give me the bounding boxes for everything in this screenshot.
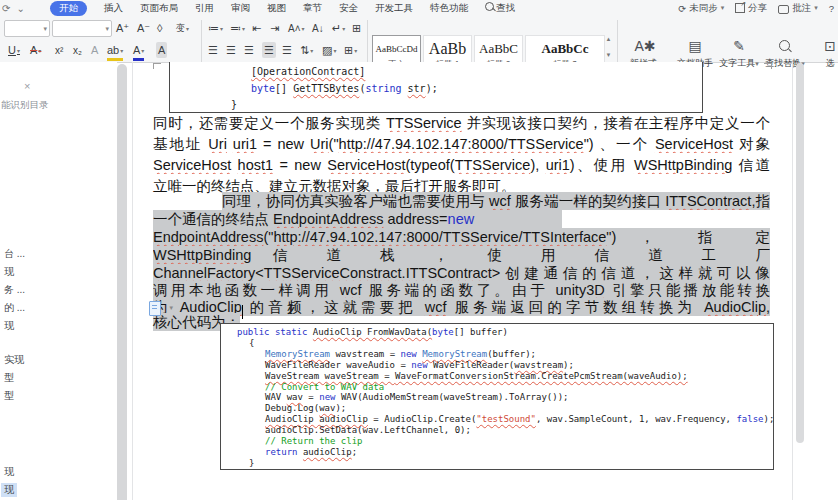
text-segment: 服务端的函数了。由于 <box>361 282 555 298</box>
text-segment: 对象 <box>733 136 770 152</box>
menu-tab-references[interactable]: 引用 <box>195 2 214 15</box>
phonetic-guide-button[interactable]: 变▾ <box>176 20 189 36</box>
subscript-button[interactable]: x₂ <box>73 42 82 58</box>
menu-tab-dev-tools[interactable]: 开发工具 <box>375 2 413 15</box>
outline-item[interactable]: 台 ... <box>1 247 28 261</box>
text-boundary-mark <box>153 63 161 69</box>
share-icon <box>735 3 745 13</box>
outline-item[interactable]: 型 <box>1 389 17 403</box>
text-segment: WaveFileReader( <box>433 360 514 370</box>
menu-search[interactable]: 查找 <box>485 2 515 15</box>
text-segment: ; <box>352 447 357 457</box>
outline-item[interactable]: 的 ... <box>1 301 28 315</box>
text-segment: ), <box>530 157 545 173</box>
text-segment: wcf <box>489 193 511 209</box>
text-segment: )、使用 <box>570 157 634 173</box>
align-right-button[interactable]: ☰ <box>244 42 254 58</box>
table-grid-button[interactable]: ⊞ <box>352 20 361 36</box>
shading-button[interactable]: ▨▾ <box>322 42 336 58</box>
outline-item[interactable]: 型 <box>1 371 17 385</box>
text-segment: EndpointAddress <box>273 211 383 227</box>
sort-button[interactable]: A↓ <box>312 20 324 36</box>
show-marks-button[interactable]: ↵▾ <box>332 20 345 36</box>
document-scrollbar[interactable] <box>796 63 804 443</box>
align-left-button[interactable]: ☰ <box>208 42 218 58</box>
text-segment: audioClip <box>303 447 352 457</box>
share-button[interactable]: 分享 <box>735 2 767 15</box>
highlight-color-button[interactable]: ab▾ <box>107 42 123 61</box>
select-button-clipped[interactable]: ⊡ 选 <box>822 35 838 75</box>
line-spacing-button[interactable]: ⇅▾ <box>300 42 313 58</box>
align-center-button[interactable]: ☰ <box>226 42 236 58</box>
code-line: return audioClip; <box>265 447 357 458</box>
sync-status-button[interactable]: ⟳未同步▾ <box>678 2 724 15</box>
outline-item[interactable]: 现 <box>1 483 17 497</box>
page-left-edge <box>132 62 133 500</box>
paste-icon <box>149 301 161 316</box>
menu-tab-section[interactable]: 章节 <box>303 2 322 15</box>
menu-tab-security[interactable]: 安全 <box>339 2 358 15</box>
text-segment: Uri <box>310 136 329 152</box>
text-segment: 服务端返回的字节数组转换为 <box>447 299 704 315</box>
text-segment: 并实现该接口契约，接着在主程序中定义一个 <box>462 115 770 131</box>
code-line: WaveFileReader waveAudio = new WaveFileR… <box>265 360 574 371</box>
bullets-button[interactable]: ≔▾ <box>208 20 223 36</box>
text-tools-button[interactable]: ✎ 文字工具▾ <box>716 35 762 75</box>
clear-format-button[interactable]: ◊ <box>157 20 162 36</box>
comment-button[interactable]: 批注▾ <box>778 2 818 15</box>
char-shading-button[interactable]: A <box>156 42 167 58</box>
align-justify-button[interactable]: ☰ <box>262 42 276 58</box>
new-style-icon: A✱ <box>622 35 668 57</box>
numbering-button[interactable]: ≕▾ <box>230 20 245 36</box>
collapse-ribbon-icon[interactable]: ⌄ <box>16 3 24 14</box>
font-size-select[interactable]: ▾ <box>52 20 112 37</box>
outline-item[interactable]: 实现 <box>1 353 27 367</box>
strikethrough-button[interactable]: A▾ <box>30 42 41 58</box>
underline-button[interactable]: U▾ <box>8 42 20 58</box>
text-segment: TTSService <box>386 115 462 131</box>
undo-redo-icon[interactable]: ⟳ <box>2 3 10 14</box>
outline-item[interactable]: 现 <box>1 265 17 279</box>
menu-tab-special-features[interactable]: 特色功能 <box>430 2 468 15</box>
menu-tab-view[interactable]: 视图 <box>267 2 286 15</box>
chevron-down-icon: ▾ <box>814 4 818 12</box>
outline-item[interactable]: 现 <box>1 465 17 479</box>
text-segment: TTSService <box>455 157 531 173</box>
borders-button[interactable]: ⊞▾ <box>344 42 357 58</box>
char-scale-button[interactable]: A˄▾ <box>288 20 305 36</box>
text-segment: TTSServiceConstract.ITTSContract <box>264 265 492 281</box>
close-icon[interactable]: × <box>24 80 30 92</box>
help-button[interactable]: ? <box>829 3 834 14</box>
code-line: // Return the clip <box>265 436 363 447</box>
outline-item[interactable]: 务 ... <box>1 283 28 297</box>
menu-tab-review[interactable]: 审阅 <box>231 2 250 15</box>
decrease-indent-button[interactable]: ⇤ <box>252 20 261 36</box>
code-line: // Convert to WAV data <box>265 382 384 393</box>
outline-pane-scrollbar[interactable] <box>117 64 127 500</box>
text-segment: (typeof( <box>405 157 454 173</box>
menu-tab-page-layout[interactable]: 页面布局 <box>140 2 178 15</box>
decrease-font-button[interactable]: A⁻ <box>137 20 150 36</box>
align-distribute-button[interactable]: ☰ <box>282 42 292 58</box>
text-line: EndpointAddress("http://47.94.102.147:80… <box>153 228 770 246</box>
superscript-button[interactable]: x² <box>55 42 63 58</box>
outline-item[interactable]: 现 <box>1 319 17 333</box>
increase-font-button[interactable]: A⁺ <box>116 20 129 36</box>
find-replace-icon <box>762 35 808 57</box>
font-color-button[interactable]: A▾ <box>133 42 144 61</box>
text-segment: 引擎只能播放能转换 <box>605 282 770 298</box>
outline-pane-title[interactable]: 能识别目录 <box>1 99 49 112</box>
text-segment: http://47.94.102.147:8000/TTSService/TTS… <box>273 229 606 245</box>
increase-indent-button[interactable]: ⇥ <box>270 20 279 36</box>
menu-tab-insert[interactable]: 插入 <box>104 2 123 15</box>
paste-options-button[interactable]: ▾ <box>149 301 173 315</box>
text-segment: WSHttpBinding <box>153 247 251 263</box>
style-preview: AaBbC <box>475 39 522 59</box>
text-effect-button[interactable]: A <box>91 42 98 58</box>
font-family-select[interactable]: ▾ <box>4 20 50 37</box>
menu-tab-home[interactable]: 开始 <box>50 1 87 16</box>
text-line: 为 AudioClip 的音频，这就需要把 wcf 服务端返回的字节数组转换为 … <box>153 298 770 316</box>
text-segment: ") 、一个 <box>584 136 655 152</box>
text-segment: ServiceHost <box>153 157 231 173</box>
text-segment: new <box>411 360 433 370</box>
